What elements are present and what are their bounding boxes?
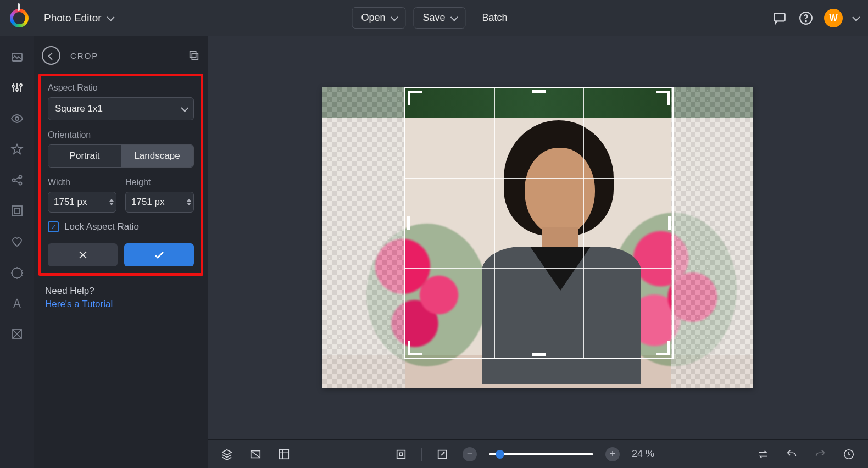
zoom-slider[interactable] bbox=[489, 453, 593, 455]
svg-rect-12 bbox=[14, 208, 20, 214]
bottom-bar: − + 24 % bbox=[208, 439, 868, 468]
chevron-down-icon bbox=[181, 104, 188, 112]
zoom-in-button[interactable]: + bbox=[605, 447, 620, 461]
svg-rect-0 bbox=[774, 13, 785, 21]
orientation-label: Orientation bbox=[48, 130, 194, 140]
height-label: Height bbox=[125, 177, 194, 187]
dimensions-row: Width 1751 px Height 1751 px bbox=[48, 177, 194, 213]
save-button[interactable]: Save bbox=[413, 7, 465, 29]
crop-handle-bl[interactable] bbox=[408, 341, 422, 355]
grid-icon[interactable] bbox=[276, 446, 292, 463]
orientation-landscape[interactable]: Landscape bbox=[121, 145, 193, 167]
transparency-checker-left bbox=[322, 87, 405, 388]
back-button[interactable] bbox=[42, 46, 60, 65]
image-tool-icon[interactable] bbox=[9, 49, 25, 65]
crop-box[interactable] bbox=[404, 87, 674, 359]
sliders-tool-icon[interactable] bbox=[9, 80, 25, 96]
svg-point-2 bbox=[805, 20, 806, 21]
panel-header: CROP bbox=[34, 46, 208, 74]
svg-point-5 bbox=[16, 88, 18, 91]
divider bbox=[421, 448, 422, 461]
crop-controls-highlight: Aspect Ratio Square 1x1 Orientation Port… bbox=[38, 74, 203, 276]
batch-button[interactable]: Batch bbox=[474, 7, 516, 29]
transparency-checker-right bbox=[671, 87, 753, 388]
crop-panel: CROP Aspect Ratio Square 1x1 Orientation… bbox=[34, 36, 208, 468]
crop-handle-top[interactable] bbox=[532, 90, 546, 93]
app-title: Photo Editor bbox=[44, 12, 102, 24]
height-stepper[interactable] bbox=[187, 199, 191, 205]
close-icon bbox=[77, 249, 88, 260]
lock-aspect-checkbox[interactable]: ✓ bbox=[48, 221, 59, 232]
crop-handle-br[interactable] bbox=[656, 341, 670, 355]
width-input[interactable]: 1751 px bbox=[48, 192, 116, 213]
layers-icon[interactable] bbox=[219, 446, 235, 463]
texture-tool-icon[interactable] bbox=[9, 326, 25, 342]
width-value: 1751 px bbox=[54, 197, 87, 208]
copy-settings-icon[interactable] bbox=[188, 49, 200, 62]
swap-icon[interactable] bbox=[755, 446, 771, 463]
nodes-tool-icon[interactable] bbox=[9, 172, 25, 188]
action-row bbox=[48, 243, 194, 266]
orientation-toggle: Portrait Landscape bbox=[48, 144, 194, 168]
svg-rect-11 bbox=[12, 206, 22, 216]
chevron-down-icon bbox=[450, 13, 458, 21]
cancel-button[interactable] bbox=[48, 243, 118, 266]
canvas-area: − + 24 % bbox=[208, 36, 868, 468]
aspect-ratio-label: Aspect Ratio bbox=[48, 83, 194, 93]
aspect-ratio-value: Square 1x1 bbox=[55, 103, 103, 114]
svg-point-4 bbox=[12, 85, 14, 87]
crop-handle-left[interactable] bbox=[407, 216, 410, 230]
avatar-initial: W bbox=[829, 13, 837, 23]
batch-label: Batch bbox=[482, 12, 508, 24]
crop-handle-tl[interactable] bbox=[408, 91, 422, 105]
feedback-icon[interactable] bbox=[771, 10, 788, 26]
svg-point-7 bbox=[15, 117, 19, 120]
redo-icon[interactable] bbox=[812, 446, 828, 463]
zoom-value: 24 % bbox=[632, 448, 654, 460]
zoom-out-button[interactable]: − bbox=[463, 447, 477, 461]
badge-tool-icon[interactable] bbox=[9, 265, 25, 280]
check-icon bbox=[153, 248, 166, 261]
apply-button[interactable] bbox=[124, 243, 194, 266]
undo-icon[interactable] bbox=[783, 446, 800, 463]
tool-strip bbox=[0, 36, 34, 468]
crop-handle-tr[interactable] bbox=[656, 91, 670, 105]
history-icon[interactable] bbox=[841, 446, 857, 463]
svg-rect-14 bbox=[192, 53, 198, 59]
width-label: Width bbox=[48, 177, 116, 187]
help-icon[interactable] bbox=[798, 10, 814, 26]
crop-handle-bottom[interactable] bbox=[532, 353, 546, 356]
top-bar: Photo Editor Open Save Batch W bbox=[0, 0, 868, 36]
lock-aspect-label: Lock Aspect Ratio bbox=[64, 221, 139, 232]
height-input[interactable]: 1751 px bbox=[125, 192, 194, 213]
compare-icon[interactable] bbox=[247, 446, 264, 463]
help-tutorial-link[interactable]: Here's a Tutorial bbox=[45, 299, 197, 310]
actual-size-icon[interactable] bbox=[434, 446, 450, 463]
app-logo-icon bbox=[10, 9, 29, 27]
help-section: Need Help? Here's a Tutorial bbox=[34, 276, 208, 320]
fit-screen-icon[interactable] bbox=[393, 446, 409, 463]
heart-tool-icon[interactable] bbox=[9, 234, 25, 249]
text-tool-icon[interactable] bbox=[9, 296, 25, 311]
image-preview[interactable] bbox=[322, 87, 753, 388]
crop-handle-right[interactable] bbox=[668, 216, 671, 230]
orientation-portrait[interactable]: Portrait bbox=[48, 145, 121, 167]
canvas[interactable] bbox=[208, 36, 868, 439]
chevron-down-icon[interactable] bbox=[852, 13, 860, 21]
frame-tool-icon[interactable] bbox=[9, 203, 25, 219]
save-label: Save bbox=[422, 12, 445, 24]
svg-rect-17 bbox=[280, 449, 289, 459]
open-label: Open bbox=[361, 12, 385, 24]
eye-tool-icon[interactable] bbox=[9, 111, 25, 126]
aspect-ratio-select[interactable]: Square 1x1 bbox=[48, 97, 194, 120]
star-tool-icon[interactable] bbox=[9, 142, 25, 157]
topbar-right: W bbox=[771, 9, 858, 27]
zoom-slider-thumb[interactable] bbox=[496, 450, 504, 459]
arrow-left-icon bbox=[48, 52, 55, 60]
svg-rect-19 bbox=[399, 453, 403, 456]
lock-aspect-row: ✓ Lock Aspect Ratio bbox=[48, 221, 194, 232]
app-title-dropdown[interactable]: Photo Editor bbox=[36, 8, 120, 29]
width-stepper[interactable] bbox=[109, 199, 114, 205]
open-button[interactable]: Open bbox=[352, 7, 405, 29]
avatar[interactable]: W bbox=[824, 9, 843, 27]
